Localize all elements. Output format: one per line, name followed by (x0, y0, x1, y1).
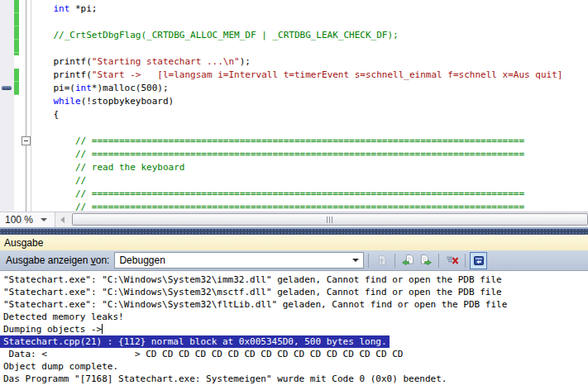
code-line: printf("Start -> [l=langsam i=Intervall … (31, 69, 588, 82)
code-line (31, 16, 588, 29)
code-area[interactable]: int *pi; //_CrtSetDbgFlag(_CRTDBG_ALLOC_… (31, 2, 588, 212)
clear-all-icon (446, 254, 459, 266)
zoom-level: 100 % (5, 214, 33, 226)
code-line: //_CrtSetDbgFlag(_CRTDBG_ALLOC_MEM_DF | … (31, 29, 588, 42)
code-line: // (31, 174, 588, 188)
editor-margin (0, 0, 14, 212)
collapse-region-button[interactable] (22, 136, 31, 145)
horizontal-scrollbar[interactable] (69, 212, 588, 227)
zoom-select[interactable]: 100 % (0, 212, 55, 227)
output-panel-header: Ausgabe (0, 235, 588, 250)
code-line: pi=(int*)malloc(500); (31, 82, 588, 95)
code-line: // =====================================… (31, 148, 588, 161)
output-line[interactable]: "Statechart.exe": "C:\Windows\System32\f… (3, 298, 588, 311)
output-line[interactable]: Data: < > CD CD CD CD CD CD CD CD CD CD … (3, 348, 588, 360)
toggle-output-button[interactable] (470, 252, 487, 269)
panel-splitter[interactable] (0, 227, 588, 235)
panel-title: Ausgabe (4, 237, 43, 249)
code-line (31, 42, 588, 55)
code-line: printf("Starting statechart ...\n"); (31, 55, 588, 69)
code-line: // =====================================… (31, 188, 588, 201)
output-panel: Ausgabe Ausgabe anzeigen von: Debuggen (0, 235, 588, 390)
chevron-down-icon (41, 218, 47, 221)
change-tracking-bar (14, 69, 19, 95)
next-message-button[interactable] (417, 252, 434, 269)
code-line: int *pi; (31, 2, 588, 16)
code-line: while(!stopbykeyboard) (31, 95, 588, 108)
ide-window: int *pi; //_CrtSetDbgFlag(_CRTDBG_ALLOC_… (0, 0, 588, 390)
code-editor[interactable]: int *pi; //_CrtSetDbgFlag(_CRTDBG_ALLOC_… (0, 0, 588, 212)
outline-guide-line (26, 0, 26, 212)
next-message-icon (419, 254, 432, 266)
output-source-combobox[interactable]: Debuggen (114, 252, 364, 269)
code-line: // =====================================… (31, 201, 588, 212)
editor-scroll-row: 100 % (0, 212, 588, 227)
output-line[interactable]: Statechart.cpp(21) : {112} normal block … (3, 335, 588, 348)
output-line[interactable]: Object dump complete. (3, 360, 588, 373)
previous-message-button[interactable] (399, 252, 417, 269)
change-tracking-bar (14, 0, 19, 55)
output-toolbar: Ausgabe anzeigen von: Debuggen (0, 250, 588, 271)
show-output-from-label: Ausgabe anzeigen von: (6, 254, 109, 266)
left-arrow-icon (60, 216, 65, 223)
output-line[interactable]: "Statechart.exe": "C:\Windows\System32\m… (3, 286, 588, 298)
combobox-value: Debuggen (119, 254, 165, 266)
scrollbar-thumb[interactable] (72, 213, 588, 226)
margin-marker (2, 86, 12, 90)
toggle-output-icon (472, 254, 485, 267)
output-line[interactable]: Das Programm "[7168] Statechart.exe: Sys… (3, 373, 588, 385)
label-text: on: (96, 254, 110, 266)
goto-source-icon (375, 254, 388, 266)
clear-all-button[interactable] (443, 252, 461, 269)
goto-source-button[interactable] (373, 252, 390, 269)
code-line: // =====================================… (31, 135, 588, 148)
toolbar-separator (438, 254, 439, 268)
scroll-left-button[interactable] (55, 212, 69, 227)
chevron-down-icon (348, 259, 363, 262)
minus-icon (24, 140, 28, 141)
code-line: { (31, 108, 588, 121)
previous-message-icon (402, 254, 414, 266)
toolbar-separator (368, 254, 369, 268)
label-text: Ausgabe anzeigen (6, 254, 91, 266)
output-line[interactable]: Dumping objects -> (3, 323, 588, 335)
output-line[interactable]: "Statechart.exe": "C:\Windows\System32\i… (3, 273, 588, 286)
code-line (31, 121, 588, 135)
code-line: // read the keyboard (31, 161, 588, 174)
toolbar-separator (465, 254, 466, 268)
output-line[interactable]: Detected memory leaks! (3, 311, 588, 323)
grip-icon (327, 216, 333, 223)
text-caret (102, 324, 103, 334)
toolbar-separator (394, 254, 395, 268)
output-text[interactable]: "Statechart.exe": "C:\Windows\System32\i… (0, 271, 588, 390)
